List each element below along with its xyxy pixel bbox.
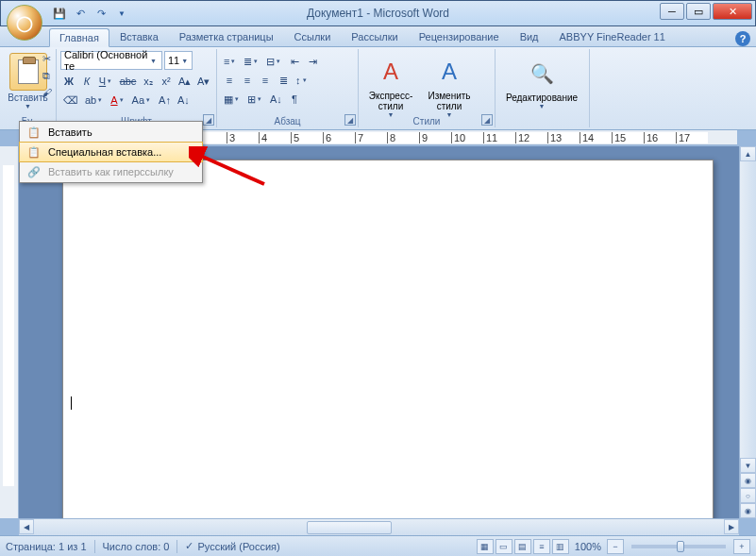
qat-redo-icon[interactable]: ↷ xyxy=(92,4,110,23)
align-right-icon[interactable]: ≡ xyxy=(257,72,274,89)
cut-icon[interactable]: ✂ xyxy=(39,51,54,66)
status-bar: Страница: 1 из 1 Число слов: 0 ✓ Русский… xyxy=(0,535,756,556)
status-page[interactable]: Страница: 1 из 1 xyxy=(6,541,87,552)
status-words[interactable]: Число слов: 0 xyxy=(103,541,170,552)
paragraph-dialog-launcher[interactable]: ◢ xyxy=(344,114,356,126)
zoom-level[interactable]: 100% xyxy=(575,541,601,552)
zoom-in-button[interactable]: + xyxy=(733,539,750,554)
multilevel-button[interactable]: ⊟▾ xyxy=(263,53,285,70)
document-viewport[interactable] xyxy=(19,146,739,518)
underline-button[interactable]: Ч▾ xyxy=(96,73,116,90)
align-left-icon[interactable]: ≡ xyxy=(221,72,238,89)
editing-button[interactable]: 🔍 Редактирование ▼ xyxy=(499,55,584,110)
view-print-layout-icon[interactable]: ▦ xyxy=(477,539,494,554)
zoom-out-button[interactable]: − xyxy=(607,539,624,554)
numbering-button[interactable]: ≣▾ xyxy=(241,53,262,70)
copy-icon[interactable]: ⧉ xyxy=(39,68,54,83)
bullets-button[interactable]: ≡▾ xyxy=(221,53,240,70)
show-marks-icon[interactable]: ¶ xyxy=(286,91,303,108)
tab-references[interactable]: Ссылки xyxy=(284,27,342,46)
menu-paste-special[interactable]: 📋 Специальная вставка... xyxy=(19,142,203,162)
help-icon[interactable]: ? xyxy=(735,31,750,46)
quick-styles-button[interactable]: A Экспресс-стили ▼ xyxy=(362,53,419,118)
page[interactable] xyxy=(62,160,714,518)
bold-button[interactable]: Ж xyxy=(60,73,77,90)
styles-group-label: Стили xyxy=(359,116,495,126)
vertical-scrollbar[interactable]: ▲ ▼ ◉ ○ ◉ xyxy=(739,146,756,518)
qat-undo-icon[interactable]: ↶ xyxy=(71,4,90,23)
tab-view[interactable]: Вид xyxy=(510,27,549,46)
group-paragraph: ≡▾ ≣▾ ⊟▾ ⇤ ⇥ ≡ ≡ ≡ ≣ ↕▾ ▦▾ ⊞▾ A↓ ¶ Абзац… xyxy=(217,49,359,127)
maximize-button[interactable]: ▭ xyxy=(686,3,711,20)
window-title: Документ1 - Microsoft Word xyxy=(307,7,449,20)
tab-abbyy[interactable]: ABBYY FineReader 11 xyxy=(549,27,676,46)
qat-save-icon[interactable]: 💾 xyxy=(50,4,69,23)
browse-object-icon[interactable]: ○ xyxy=(740,488,756,503)
tab-layout[interactable]: Разметка страницы xyxy=(169,27,284,46)
strike-button[interactable]: abc xyxy=(117,73,139,90)
grow-font-icon[interactable]: A▴ xyxy=(176,73,193,90)
paragraph-group-label: Абзац xyxy=(217,116,358,126)
subscript-button[interactable]: x₂ xyxy=(140,73,157,90)
proofing-icon[interactable]: ✓ xyxy=(185,540,193,552)
tab-insert[interactable]: Вставка xyxy=(109,27,169,46)
zoom-slider[interactable] xyxy=(631,545,726,548)
view-full-screen-icon[interactable]: ▭ xyxy=(496,539,512,554)
highlight-button[interactable]: ab▾ xyxy=(82,92,107,109)
paste-menu-icon: 📋 xyxy=(24,124,44,141)
group-clipboard: Вставить ▼ ✂ ⧉ 🖌 Бу xyxy=(0,49,57,127)
view-web-icon[interactable]: ▤ xyxy=(514,539,531,554)
font-color-button[interactable]: A▾ xyxy=(108,92,127,109)
superscript-button[interactable]: x² xyxy=(158,73,175,90)
change-case-button[interactable]: Aa▾ xyxy=(129,92,155,109)
font-dialog-launcher[interactable]: ◢ xyxy=(203,114,214,126)
paste-hyperlink-icon: 🔗 xyxy=(24,163,44,180)
menu-paste-hyperlink: 🔗 Вставить как гиперссылку xyxy=(20,161,202,182)
paste-dropdown-menu: 📋 Вставить 📋 Специальная вставка... 🔗 Вс… xyxy=(19,121,203,183)
font-size-select[interactable]: 11▼ xyxy=(164,51,193,70)
scroll-right-icon[interactable]: ▶ xyxy=(724,519,739,534)
paste-special-icon: 📋 xyxy=(24,143,44,160)
zoom-thumb[interactable] xyxy=(677,541,684,552)
shrink-font2-icon[interactable]: A↓ xyxy=(175,92,193,109)
font-name-select[interactable]: Calibri (Основной те▼ xyxy=(60,51,162,70)
shrink-font-icon[interactable]: A▾ xyxy=(194,73,212,90)
justify-icon[interactable]: ≣ xyxy=(275,72,292,89)
paste-dropdown-arrow[interactable]: ▼ xyxy=(25,103,31,110)
change-styles-button[interactable]: A Изменить стили ▼ xyxy=(421,53,478,118)
tab-mailings[interactable]: Рассылки xyxy=(341,27,408,46)
horizontal-scrollbar[interactable]: ◀ ▶ xyxy=(19,518,739,535)
change-styles-icon: A xyxy=(421,53,478,91)
scroll-up-icon[interactable]: ▲ xyxy=(740,146,756,161)
minimize-button[interactable]: ─ xyxy=(660,3,684,20)
format-painter-icon[interactable]: 🖌 xyxy=(39,85,54,100)
italic-button[interactable]: К xyxy=(78,73,95,90)
sort-icon[interactable]: A↓ xyxy=(267,91,285,108)
office-button[interactable]: ◯ xyxy=(7,5,42,41)
indent-inc-icon[interactable]: ⇥ xyxy=(304,53,321,70)
prev-page-icon[interactable]: ◉ xyxy=(740,473,756,488)
vertical-ruler[interactable] xyxy=(0,146,19,518)
shading-button[interactable]: ▦▾ xyxy=(221,91,244,108)
group-styles: A Экспресс-стили ▼ A Изменить стили ▼ Ст… xyxy=(359,49,496,127)
scroll-left-icon[interactable]: ◀ xyxy=(19,519,34,534)
tab-review[interactable]: Рецензирование xyxy=(409,27,510,46)
close-button[interactable]: ✕ xyxy=(713,3,752,20)
find-icon: 🔍 xyxy=(499,55,584,93)
line-spacing-icon[interactable]: ↕▾ xyxy=(293,72,311,89)
styles-dialog-launcher[interactable]: ◢ xyxy=(481,114,493,126)
scroll-down-icon[interactable]: ▼ xyxy=(740,458,756,473)
view-outline-icon[interactable]: ≡ xyxy=(533,539,550,554)
borders-button[interactable]: ⊞▾ xyxy=(244,91,266,108)
scroll-thumb[interactable] xyxy=(307,521,392,534)
view-draft-icon[interactable]: ▥ xyxy=(552,539,569,554)
menu-paste[interactable]: 📋 Вставить xyxy=(20,122,202,143)
indent-dec-icon[interactable]: ⇤ xyxy=(286,53,303,70)
tab-home[interactable]: Главная xyxy=(49,28,109,47)
next-page-icon[interactable]: ◉ xyxy=(740,503,756,518)
status-language[interactable]: Русский (Россия) xyxy=(197,541,279,552)
clear-format-icon[interactable]: ⌫ xyxy=(60,92,81,109)
grow-font2-icon[interactable]: A↑ xyxy=(156,92,174,109)
align-center-icon[interactable]: ≡ xyxy=(239,72,256,89)
qat-customize-icon[interactable]: ▼ xyxy=(112,4,131,23)
